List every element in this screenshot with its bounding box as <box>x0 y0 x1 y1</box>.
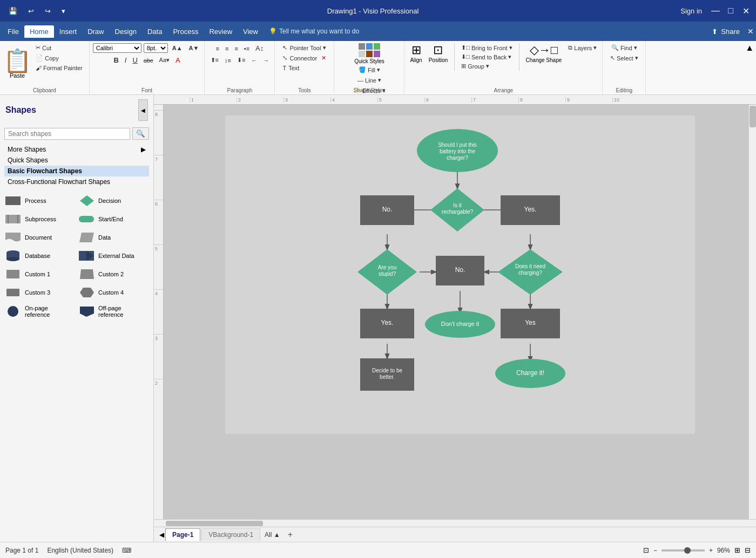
more-shapes-item[interactable]: More Shapes ▶ <box>4 144 149 155</box>
shape-onpage-ref[interactable]: On-page reference <box>4 304 76 319</box>
page-tab-vbg[interactable]: VBackground-1 <box>201 528 260 541</box>
fit-page-button[interactable]: ⊡ <box>643 546 649 554</box>
window-close[interactable]: ✕ <box>741 6 751 16</box>
svg-text:Yes.: Yes. <box>381 319 393 326</box>
quick-styles-button[interactable]: Quick Styles <box>354 43 384 64</box>
horizontal-scrollbar[interactable] <box>154 519 756 527</box>
pointer-tool-button[interactable]: ↖ Pointer Tool ▾ <box>280 43 328 52</box>
zoom-slider[interactable] <box>662 549 705 552</box>
all-pages-button[interactable]: All ▲ <box>261 531 284 539</box>
fit-all-button[interactable]: ⊟ <box>745 546 751 554</box>
shape-offpage-ref[interactable]: Off-page reference <box>78 304 149 319</box>
shape-data[interactable]: Data <box>78 230 149 244</box>
menu-view[interactable]: View <box>238 25 264 38</box>
ribbon-collapse-button[interactable]: ▲ <box>743 41 756 94</box>
underline-button[interactable]: U <box>130 55 139 65</box>
fill-button[interactable]: 🪣 Fill ▾ <box>356 65 382 74</box>
align-left-button[interactable]: ≡ <box>214 43 221 53</box>
menu-file[interactable]: File <box>2 25 24 38</box>
menu-process[interactable]: Process <box>167 25 204 38</box>
diagram-area[interactable]: Should I put this battery into the charg… <box>164 105 756 519</box>
basic-flowchart-item[interactable]: Basic Flowchart Shapes <box>4 166 149 176</box>
menu-data[interactable]: Data <box>142 25 167 38</box>
shape-startend[interactable]: Start/End <box>78 212 149 226</box>
prev-page-button[interactable]: ◀ <box>159 531 164 539</box>
bring-front-button[interactable]: ⬆□ Bring to Front▾ <box>459 43 514 52</box>
change-shape-button[interactable]: ◇→□ Change Shape <box>524 43 564 71</box>
fit-width-button[interactable]: ⊞ <box>734 546 740 554</box>
font-size-select[interactable]: 8pt. <box>144 43 168 53</box>
menu-design[interactable]: Design <box>110 25 142 38</box>
find-button[interactable]: 🔍 Find▾ <box>609 43 639 52</box>
indent-more-button[interactable]: → <box>261 56 271 65</box>
text-tool-button[interactable]: T Text <box>280 64 328 72</box>
connector-tool-button[interactable]: ⤡ Connector ✕ <box>280 53 328 63</box>
cut-button[interactable]: ✂ Cut <box>33 43 85 52</box>
shapes-collapse-button[interactable]: ◀ <box>138 99 148 121</box>
menu-review[interactable]: Review <box>204 25 238 38</box>
indent-less-button[interactable]: ← <box>249 56 259 65</box>
font-name-select[interactable]: Calibri <box>93 43 141 53</box>
zoom-out-icon[interactable]: − <box>653 547 657 554</box>
svg-marker-13 <box>80 269 94 279</box>
window-minimize[interactable]: — <box>711 6 720 16</box>
paste-button[interactable]: 📋 <box>3 50 31 72</box>
font-shrink-button[interactable]: A▼ <box>187 44 201 52</box>
align-center-button[interactable]: ≡ <box>223 43 231 53</box>
shape-custom4[interactable]: Custom 4 <box>78 285 149 300</box>
ribbon-close-button[interactable]: ✕ <box>747 27 754 36</box>
align-button[interactable]: ⊞ Align <box>408 43 424 71</box>
strikethrough-button[interactable]: abc <box>141 56 156 65</box>
cross-functional-item[interactable]: Cross-Functional Flowchart Shapes <box>4 176 149 187</box>
tell-me-field[interactable]: 💡 Tell me what you want to do <box>269 28 359 35</box>
page-tab-page1[interactable]: Page-1 <box>165 528 200 541</box>
svg-text:Should I put this: Should I put this <box>438 142 477 148</box>
valign-mid-button[interactable]: ↕≡ <box>222 56 233 65</box>
shape-database[interactable]: Database <box>4 249 76 263</box>
group-button[interactable]: ⊞ Group▾ <box>459 62 514 71</box>
undo-button[interactable]: ↩ <box>25 6 37 16</box>
position-button[interactable]: ⊡ Position <box>427 43 450 71</box>
shape-subprocess[interactable]: Subprocess <box>4 212 76 226</box>
save-button[interactable]: 💾 <box>5 6 21 16</box>
diagram-svg: Should I put this battery into the charg… <box>225 115 695 434</box>
align-right-button[interactable]: ≡ <box>232 43 240 53</box>
italic-button[interactable]: I <box>123 55 129 65</box>
format-painter-button[interactable]: 🖌 Format Painter <box>33 64 85 72</box>
shape-process[interactable]: Process <box>4 194 76 208</box>
shape-custom1[interactable]: Custom 1 <box>4 267 76 281</box>
redo-button[interactable]: ↪ <box>42 6 54 16</box>
line-button[interactable]: — Line ▾ <box>355 76 383 85</box>
valign-top-button[interactable]: ⬆≡ <box>208 56 221 65</box>
signin-button[interactable]: Sign in <box>677 6 705 16</box>
menu-draw[interactable]: Draw <box>82 25 109 38</box>
menu-insert[interactable]: Insert <box>54 25 83 38</box>
text-size-button[interactable]: A↕ <box>253 43 266 53</box>
bold-button[interactable]: B <box>111 55 120 65</box>
svg-text:rechargable?: rechargable? <box>441 209 473 215</box>
font-case-button[interactable]: Aa▾ <box>157 56 172 65</box>
font-grow-button[interactable]: A▲ <box>170 44 185 52</box>
select-button[interactable]: ↖ Select▾ <box>608 53 640 63</box>
layers-button[interactable]: ⧉ Layers▾ <box>566 43 599 52</box>
window-restore[interactable]: □ <box>726 6 735 16</box>
send-back-button[interactable]: ⬇□ Send to Back▾ <box>459 52 514 62</box>
add-page-button[interactable]: + <box>285 530 296 540</box>
shape-external-data[interactable]: External Data <box>78 249 149 263</box>
quick-shapes-item[interactable]: Quick Shapes <box>4 155 149 166</box>
vertical-scrollbar[interactable] <box>748 105 756 519</box>
valign-bot-button[interactable]: ⬇≡ <box>235 56 247 65</box>
font-color-button[interactable]: A <box>173 55 183 65</box>
shape-custom2[interactable]: Custom 2 <box>78 267 149 281</box>
bullets-button[interactable]: •≡ <box>242 43 252 53</box>
shape-document[interactable]: Document <box>4 230 76 244</box>
shape-decision[interactable]: Decision <box>78 194 149 208</box>
shapes-search-button[interactable]: 🔍 <box>132 127 149 140</box>
menu-home[interactable]: Home <box>24 25 54 38</box>
share-button[interactable]: ⬆ Share <box>707 26 744 37</box>
shapes-search-input[interactable] <box>4 128 130 140</box>
copy-button[interactable]: 📄 Copy <box>33 53 85 63</box>
zoom-in-icon[interactable]: + <box>709 547 713 554</box>
quick-access-dropdown[interactable]: ▾ <box>58 6 69 16</box>
shape-custom3[interactable]: Custom 3 <box>4 285 76 300</box>
